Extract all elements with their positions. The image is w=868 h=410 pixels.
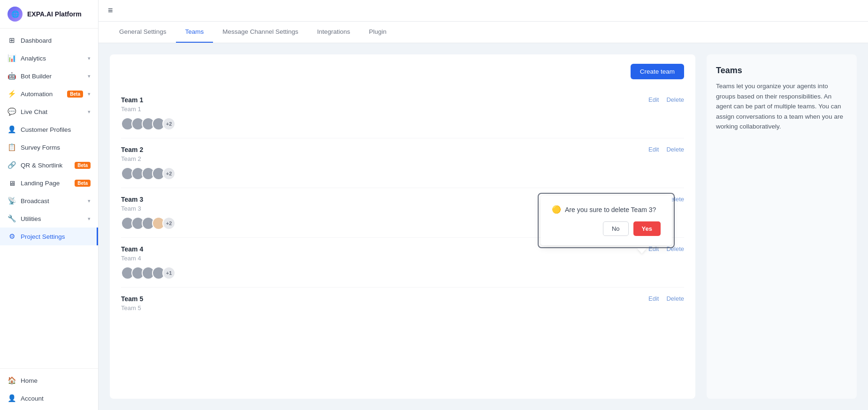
sidebar-label-broadcast: Broadcast (21, 197, 83, 205)
sidebar-item-analytics[interactable]: 📊 Analytics ▾ (0, 49, 98, 67)
logo-icon: 🌐 (8, 7, 23, 22)
sidebar-item-broadcast[interactable]: 📡 Broadcast ▾ (0, 192, 98, 210)
avatar-count: +1 (162, 266, 175, 280)
logo-text: EXPA.AI Platform (27, 10, 82, 18)
teams-panel: Create team Team 1 Edit Delete Team 1 (110, 54, 695, 399)
team-name: Team 1 (121, 96, 143, 104)
sidebar-label-utilities: Utilities (21, 215, 83, 222)
sidebar-label-dashboard: Dashboard (21, 37, 91, 44)
bot-builder-icon: 🤖 (8, 72, 16, 80)
avatar-count: +2 (162, 167, 175, 180)
sidebar-bottom: 🏠 Home 👤 Account (0, 368, 98, 410)
team-item: Team 2 Edit Delete Team 2 +2 (121, 138, 684, 188)
tab-general-settings[interactable]: General Settings (110, 22, 176, 43)
team-delete-button[interactable]: Delete (666, 146, 684, 153)
confirm-warning-icon: 🟡 (552, 205, 561, 214)
team-name: Team 5 (121, 295, 143, 303)
create-team-button[interactable]: Create team (631, 64, 684, 79)
tab-plugin[interactable]: Plugin (359, 22, 396, 43)
team-description: Team 1 (121, 106, 684, 113)
team-actions: Edit Delete (648, 96, 684, 103)
team-description: Team 2 (121, 155, 684, 162)
sidebar-item-account[interactable]: 👤 Account (0, 389, 98, 407)
team-description: Team 4 (121, 255, 684, 262)
team-description: Team 5 (121, 304, 684, 311)
sidebar-label-automation: Automation (21, 91, 62, 98)
topbar: ≡ (99, 0, 868, 22)
team-avatars: +2 (121, 167, 684, 180)
team-item: Team 5 Edit Delete Team 5 (121, 288, 684, 324)
info-panel: Teams Teams let you organize your agents… (707, 54, 857, 399)
confirm-no-button[interactable]: No (603, 221, 629, 236)
team-item: Team 1 Edit Delete Team 1 +2 (121, 89, 684, 138)
info-title: Teams (716, 66, 847, 76)
sidebar-item-customer-profiles[interactable]: 👤 Customer Profiles (0, 121, 98, 138)
utilities-icon: 🔧 (8, 214, 16, 223)
create-btn-row: Create team (121, 64, 684, 79)
customer-profiles-icon: 👤 (8, 125, 16, 134)
avatar-count: +2 (162, 217, 175, 230)
sidebar-item-live-chat[interactable]: 💬 Live Chat ▾ (0, 103, 98, 121)
sidebar-label-account: Account (21, 395, 91, 402)
chevron-down-icon: ▾ (88, 216, 91, 222)
chevron-down-icon: ▾ (88, 109, 91, 115)
sidebar-label-survey-forms: Survey Forms (21, 144, 91, 151)
sidebar-item-bot-builder[interactable]: 🤖 Bot Builder ▾ (0, 67, 98, 85)
confirm-yes-button[interactable]: Yes (633, 221, 661, 236)
avatar-count: +2 (162, 117, 175, 130)
sidebar-item-dashboard[interactable]: ⊞ Dashboard (0, 31, 98, 49)
hamburger-menu-icon[interactable]: ≡ (108, 6, 113, 15)
team-name: Team 3 (121, 196, 143, 203)
qr-shortlink-icon: 🔗 (8, 161, 16, 169)
survey-forms-icon: 📋 (8, 143, 16, 152)
confirm-message: 🟡 Are you sure to delete Team 3? (552, 205, 661, 214)
team-edit-button[interactable]: Edit (648, 96, 659, 103)
automation-beta-badge: Beta (67, 91, 83, 98)
confirm-dialog: 🟡 Are you sure to delete Team 3? No Yes (541, 196, 672, 245)
team-edit-button[interactable]: Edit (648, 146, 659, 153)
sidebar-label-landing-page: Landing Page (21, 180, 70, 187)
tab-teams[interactable]: Teams (176, 22, 213, 43)
sidebar-label-bot-builder: Bot Builder (21, 73, 83, 80)
sidebar-item-landing-page[interactable]: 🖥 Landing Page Beta (0, 174, 98, 192)
chevron-down-icon: ▾ (88, 55, 91, 61)
team-avatars: +1 (121, 266, 684, 280)
sidebar-label-customer-profiles: Customer Profiles (21, 126, 91, 133)
project-settings-icon: ⚙ (8, 232, 16, 241)
sidebar: 🌐 EXPA.AI Platform ⊞ Dashboard 📊 Analyti… (0, 0, 99, 410)
sidebar-label-analytics: Analytics (21, 55, 83, 62)
info-description: Teams let you organize your agents into … (716, 81, 847, 132)
analytics-icon: 📊 (8, 54, 16, 62)
account-icon: 👤 (8, 394, 16, 402)
sidebar-item-home[interactable]: 🏠 Home (0, 372, 98, 389)
team-delete-button[interactable]: Delete (666, 96, 684, 103)
confirm-dialog-container: 🟡 Are you sure to delete Team 3? No Yes (538, 193, 675, 254)
content-area: Create team Team 1 Edit Delete Team 1 (99, 43, 868, 410)
team-edit-button[interactable]: Edit (648, 295, 659, 302)
sidebar-label-home: Home (21, 377, 91, 384)
tab-message-channel-settings[interactable]: Message Channel Settings (213, 22, 307, 43)
confirm-dialog-border: 🟡 Are you sure to delete Team 3? No Yes (538, 193, 675, 248)
team-name: Team 4 (121, 245, 143, 253)
chevron-down-icon: ▾ (88, 198, 91, 204)
confirm-text: Are you sure to delete Team 3? (565, 206, 656, 213)
team-avatars: +2 (121, 117, 684, 130)
sidebar-item-utilities[interactable]: 🔧 Utilities ▾ (0, 210, 98, 228)
sidebar-label-live-chat: Live Chat (21, 108, 83, 115)
app-logo: 🌐 EXPA.AI Platform (0, 0, 98, 29)
team-delete-button[interactable]: Delete (666, 295, 684, 302)
sidebar-item-project-settings[interactable]: ⚙ Project Settings (0, 228, 98, 245)
team-header: Team 2 Edit Delete (121, 146, 684, 153)
chevron-down-icon: ▾ (88, 91, 91, 97)
team-header: Team 1 Edit Delete (121, 96, 684, 104)
sidebar-item-automation[interactable]: ⚡ Automation Beta ▾ (0, 85, 98, 103)
team-name: Team 2 (121, 146, 143, 153)
sidebar-nav: ⊞ Dashboard 📊 Analytics ▾ 🤖 Bot Builder … (0, 29, 98, 368)
landing-beta-badge: Beta (75, 180, 91, 187)
dashboard-icon: ⊞ (8, 36, 16, 45)
team-item: Team 3 Edit Delete Team 3 +2 (121, 188, 684, 238)
tab-integrations[interactable]: Integrations (308, 22, 360, 43)
sidebar-item-survey-forms[interactable]: 📋 Survey Forms (0, 138, 98, 156)
sidebar-item-qr-shortlink[interactable]: 🔗 QR & Shortlink Beta (0, 156, 98, 174)
main-content: ≡ General Settings Teams Message Channel… (99, 0, 868, 410)
